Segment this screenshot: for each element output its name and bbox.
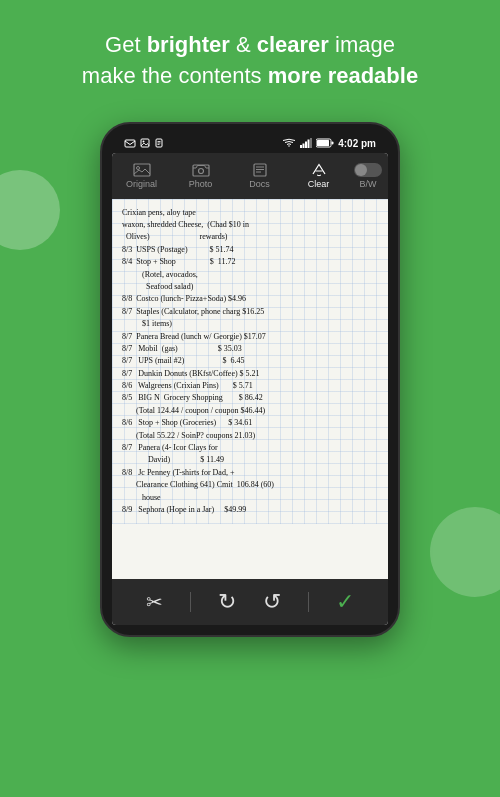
status-bar: 4:02 pm [112,134,388,153]
tab-photo-label: Photo [189,179,213,189]
svg-point-18 [198,168,203,173]
phone-mockup: 4:02 pm Original [100,122,400,637]
header-clearer: clearer [257,32,329,57]
image-icon [140,138,150,148]
signal-icon [300,138,312,148]
rotate-left-button[interactable]: ↻ [218,589,236,615]
docs-icon [251,163,269,177]
svg-rect-11 [310,138,312,148]
phone-container: 4:02 pm Original [0,122,500,637]
divider2 [308,592,309,612]
svg-rect-7 [300,145,302,148]
tab-docs[interactable]: Docs [230,159,289,193]
doc-icon-status [154,138,164,148]
confirm-button[interactable]: ✓ [336,589,354,615]
tab-clear[interactable]: Clear [289,159,348,193]
photo-icon [192,163,210,177]
svg-rect-14 [317,140,329,146]
wifi-icon [282,138,296,148]
toggle-knob [355,164,367,176]
svg-rect-15 [134,164,150,176]
bottom-bar: ✂ ↻ ↺ ✓ [112,579,388,625]
tab-original-label: Original [126,179,157,189]
phone-screen: Original Photo [112,153,388,625]
svg-rect-13 [332,142,334,145]
tab-bar: Original Photo [112,153,388,199]
header-brighter: brighter [147,32,230,57]
battery-icon [316,138,334,148]
header-section: Get brighter & clearer image make the co… [0,0,500,112]
status-right: 4:02 pm [282,138,376,149]
status-left-icons [124,138,164,148]
svg-rect-8 [303,144,305,149]
tab-docs-label: Docs [249,179,270,189]
header-line1: Get brighter & clearer image [30,30,470,61]
svg-rect-17 [193,165,209,176]
document-area: Crixian pens, aloy tape waxon, shredded … [112,199,388,579]
bw-toggle[interactable]: B/W [348,159,388,193]
grid-paper: Crixian pens, aloy tape waxon, shredded … [112,199,388,525]
tab-photo[interactable]: Photo [171,159,230,193]
notification-icon [124,138,136,148]
time-display: 4:02 pm [338,138,376,149]
bw-label: B/W [360,179,377,189]
svg-rect-9 [305,142,307,149]
divider1 [190,592,191,612]
header-readable: more readable [268,63,418,88]
svg-rect-10 [308,140,310,149]
svg-rect-0 [125,140,135,147]
crop-button[interactable]: ✂ [146,590,163,614]
rotate-right-button[interactable]: ↺ [263,589,281,615]
document-text: Crixian pens, aloy tape waxon, shredded … [122,207,378,517]
svg-point-2 [143,141,145,143]
toggle-switch[interactable] [354,163,382,177]
tab-original[interactable]: Original [112,159,171,193]
tab-clear-label: Clear [308,179,330,189]
clear-icon [310,163,328,177]
svg-rect-1 [141,139,149,147]
header-line2: make the contents more readable [30,61,470,92]
original-icon [133,163,151,177]
svg-point-16 [136,166,139,169]
